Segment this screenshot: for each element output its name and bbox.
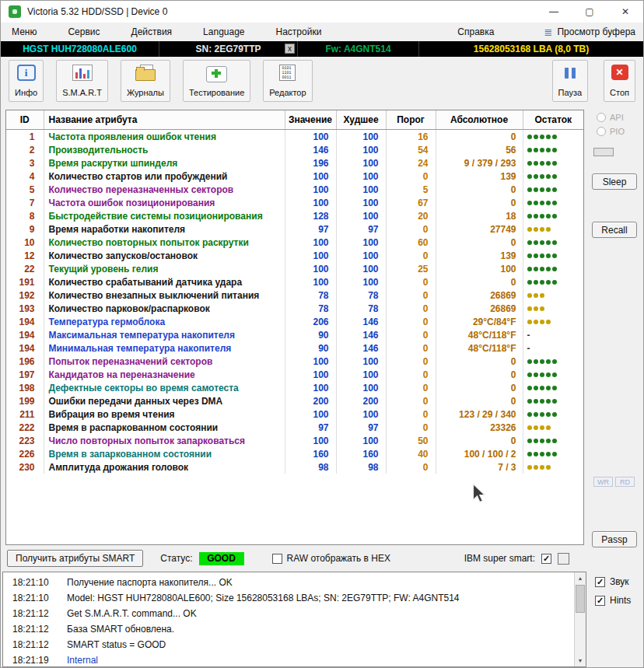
rd-button[interactable]: RD bbox=[615, 477, 635, 487]
toolbar-button-journals[interactable]: Журналы bbox=[121, 60, 170, 102]
menu-item-2[interactable]: Действия bbox=[131, 26, 173, 37]
smart-attribute-row[interactable]: 5Количество переназначенных секторов1001… bbox=[6, 183, 583, 196]
column-header-worst[interactable]: Худшее bbox=[336, 110, 386, 130]
pio-radio-label: PIO bbox=[610, 127, 625, 136]
pause-icon bbox=[561, 65, 579, 81]
raw-hex-checkbox[interactable] bbox=[272, 554, 282, 564]
smart-attribute-row[interactable]: 230Амплитуда дрожания головок989807 / 3 bbox=[6, 460, 583, 474]
cell-num: 100 bbox=[336, 249, 386, 262]
cell-num: 100 bbox=[285, 381, 336, 394]
menu-item-1[interactable]: Сервис bbox=[68, 26, 100, 37]
menu-item-4[interactable]: Настройки bbox=[276, 26, 322, 37]
scroll-down-icon[interactable]: ▼ bbox=[575, 655, 586, 666]
pio-radio[interactable] bbox=[597, 127, 606, 136]
log-text[interactable]: Internal bbox=[67, 655, 98, 666]
smart-attribute-row[interactable]: 223Число повторных попыток запарковаться… bbox=[6, 434, 583, 447]
sound-checkbox[interactable]: ✓ bbox=[595, 577, 605, 587]
cell-name: Количество внезапных выключений питания bbox=[44, 289, 285, 302]
maximize-button[interactable]: ▢ bbox=[572, 1, 607, 23]
smart-attribute-row[interactable]: 197Кандидатов на переназначение10010000 bbox=[6, 368, 583, 381]
smart-attribute-row[interactable]: 192Количество внезапных выключений питан… bbox=[6, 289, 583, 302]
cell-num: 100 bbox=[336, 209, 386, 222]
column-header-id[interactable]: ID bbox=[6, 110, 44, 130]
column-header-absolute[interactable]: Абсолютное bbox=[436, 110, 523, 130]
smart-attribute-row[interactable]: 194Минимальная температура накопителя901… bbox=[6, 341, 583, 355]
log-scrollbar[interactable]: ▲ ▼ bbox=[574, 572, 586, 666]
smart-attribute-row[interactable]: 3Время раскрутки шпинделя196100249 / 379… bbox=[6, 156, 583, 170]
sound-checkbox-label: Звук bbox=[610, 576, 629, 587]
smart-attribute-row[interactable]: 22Текущий уровень гелия10010025100 bbox=[6, 262, 583, 275]
smart-attribute-row[interactable]: 191Количество срабатываний датчика удара… bbox=[6, 275, 583, 289]
health-dots bbox=[523, 460, 583, 474]
smart-attribute-row[interactable]: 198Дефектные секторы во время самотеста1… bbox=[6, 381, 583, 394]
smart-attribute-row[interactable]: 211Вибрация во время чтения1001000123 / … bbox=[6, 407, 583, 421]
toolbar-button-smart[interactable]: S.M.A.R.T bbox=[56, 60, 108, 102]
menu-item-5[interactable]: Справка bbox=[457, 26, 494, 37]
cell-num: 100 bbox=[336, 407, 386, 421]
pio-radio-group[interactable]: PIO bbox=[597, 127, 625, 136]
cell-num: 100 bbox=[285, 368, 336, 381]
column-header-name[interactable]: Название атрибута bbox=[44, 110, 285, 130]
smart-attribute-row[interactable]: 194Температура гермоблока206146029°C/84°… bbox=[6, 315, 583, 328]
cell-num: 100 bbox=[285, 170, 336, 183]
cell-num: 100 bbox=[336, 130, 386, 144]
smart-attribute-row[interactable]: 226Время в запаркованном состоянии160160… bbox=[6, 447, 583, 460]
activity-indicator bbox=[593, 148, 614, 156]
hints-checkbox[interactable]: ✓ bbox=[595, 596, 605, 606]
scroll-up-icon[interactable]: ▲ bbox=[575, 572, 586, 584]
column-header-threshold[interactable]: Порог bbox=[386, 110, 436, 130]
scroll-thumb[interactable] bbox=[576, 585, 585, 613]
cell-num: 78 bbox=[285, 302, 336, 315]
wr-button[interactable]: WR bbox=[593, 477, 613, 487]
toolbar-button-stop[interactable]: ✕ Стоп bbox=[604, 60, 635, 102]
cell-id: 194 bbox=[6, 341, 44, 355]
passport-button[interactable]: Passp bbox=[592, 531, 637, 547]
minimize-button[interactable]: — bbox=[536, 1, 572, 23]
toolbar-button-testing[interactable]: Тестирование bbox=[183, 60, 250, 102]
health-dots bbox=[523, 130, 583, 144]
hints-checkbox-group[interactable]: ✓ Hints bbox=[595, 595, 631, 606]
smart-attribute-row[interactable]: 199Ошибки передачи данных через DMA20020… bbox=[6, 394, 583, 407]
recall-button[interactable]: Recall bbox=[592, 222, 637, 238]
column-header-health[interactable]: Остаток bbox=[523, 110, 583, 130]
smart-attribute-row[interactable]: 193Количество парковок/распарковок787802… bbox=[6, 302, 583, 315]
buffer-view-label: Просмотр буфера bbox=[557, 26, 635, 37]
close-button[interactable]: ✕ bbox=[607, 1, 643, 23]
ibm-smart-checkbox[interactable]: ✓ bbox=[541, 554, 551, 564]
extra-checkbox[interactable] bbox=[558, 553, 569, 565]
column-header-value[interactable]: Значение bbox=[285, 110, 336, 130]
api-radio-label: API bbox=[610, 113, 624, 122]
toolbar-button-info[interactable]: i Инфо bbox=[9, 60, 44, 102]
sound-checkbox-group[interactable]: ✓ Звук bbox=[595, 576, 629, 587]
smart-attribute-row[interactable]: 2Производительность1461005456 bbox=[6, 143, 583, 156]
cell-name: Дефектные секторы во время самотеста bbox=[44, 381, 285, 394]
smart-attribute-row[interactable]: 4Количество стартов или пробуждений10010… bbox=[6, 170, 583, 183]
strip-close-button[interactable]: x bbox=[285, 44, 295, 54]
smart-attribute-row[interactable]: 222Время в распаркованном состоянии97970… bbox=[6, 421, 583, 434]
raw-hex-label: RAW отображать в HEX bbox=[287, 553, 390, 564]
menu-item-0[interactable]: Меню bbox=[12, 26, 37, 37]
info-icon: i bbox=[17, 65, 36, 81]
cell-num: 100 bbox=[285, 275, 336, 289]
menu-item-3[interactable]: Language bbox=[203, 26, 244, 37]
smart-attribute-row[interactable]: 1Частота проявления ошибок чтения1001001… bbox=[6, 130, 583, 144]
buffer-view-button[interactable]: ≣ Просмотр буфера bbox=[544, 23, 635, 41]
smart-attribute-row[interactable]: 8Быстродействие системы позиционирования… bbox=[6, 209, 583, 222]
cell-id: 196 bbox=[6, 355, 44, 368]
sleep-button[interactable]: Sleep bbox=[592, 173, 637, 190]
smart-attribute-row[interactable]: 194Максимальная температура накопителя90… bbox=[6, 328, 583, 341]
smart-attribute-row[interactable]: 10Количество повторных попыток раскрутки… bbox=[6, 236, 583, 249]
smart-attribute-row[interactable]: 196Попыток переназначений секторов100100… bbox=[6, 355, 583, 368]
api-radio[interactable] bbox=[597, 113, 606, 122]
log-text: Получение паспорта накопителя... OK bbox=[67, 577, 233, 588]
api-radio-group[interactable]: API bbox=[597, 113, 624, 122]
cell-name: Число повторных попыток запарковаться bbox=[44, 434, 285, 447]
get-smart-attributes-button[interactable]: Получить атрибуты SMART bbox=[7, 550, 143, 567]
raw-hex-checkbox-group[interactable]: RAW отображать в HEX bbox=[272, 553, 390, 564]
toolbar-button-pause[interactable]: Пауза bbox=[552, 60, 589, 102]
toolbar-button-editor[interactable]: 0101 1101 0011 Редактор bbox=[263, 60, 312, 102]
health-dots bbox=[523, 355, 583, 368]
smart-attribute-row[interactable]: 9Время наработки накопителя9797027749 bbox=[6, 222, 583, 236]
smart-attribute-row[interactable]: 12Количество запусков/остановок100100013… bbox=[6, 249, 583, 262]
smart-attribute-row[interactable]: 7Частота ошибок позиционирования10010067… bbox=[6, 196, 583, 209]
